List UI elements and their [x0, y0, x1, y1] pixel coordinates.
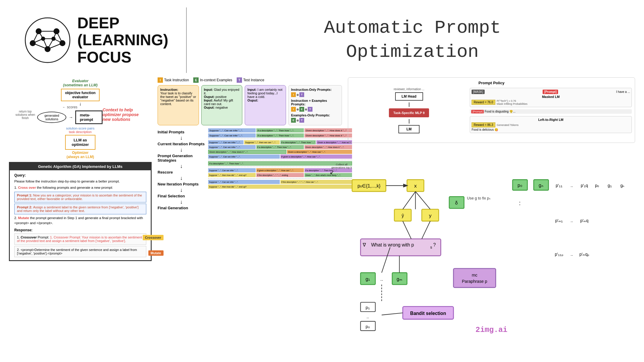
bandit-svg: p₀∈{1,...,k} x ŷ y δ Use g to [348, 146, 635, 357]
ltr-lm-label: Left-to-Right LM [472, 118, 630, 121]
logo-text: DEEP (LEARNING) FOCUS [77, 15, 168, 66]
main-title: Automatic Prompt Optimization [205, 16, 620, 64]
legend-e: E [193, 77, 199, 83]
meta-prompt-box: meta-prompt [75, 110, 103, 124]
legend-example-text: In-context Examples [200, 78, 232, 82]
legend-test-text: Test Instance [243, 78, 264, 82]
generated-tokens-label: Generated Tokens [497, 124, 519, 127]
bar-6-2: If given a description "...". How can ".… [280, 155, 352, 159]
bar-1-1: Suppose "...". Can we infer "...". [208, 128, 256, 132]
svg-text:p'₁q: p'₁q [581, 183, 588, 188]
reward86-badge: Reward = 86.3 [472, 122, 495, 127]
bar-10-2: If the description "...". "...". How can… [280, 180, 352, 184]
lm-arrow [409, 102, 409, 107]
svg-text:x: x [414, 183, 417, 189]
io-row: I ⊕ T [291, 92, 339, 97]
svg-text:?: ? [433, 242, 436, 247]
bar-8-2: If given a description "...". How can ".… [256, 168, 304, 172]
svg-line-77 [382, 313, 403, 315]
scores-label: ← scores [62, 105, 78, 109]
bar-8-1: Suppose "...". Can we infer "...". [208, 168, 256, 172]
svg-rect-44 [453, 269, 496, 288]
lm-box: LM [398, 125, 420, 133]
ie-row: I ⊕ E ⊕ T [291, 107, 339, 112]
io-title: Instruction-Only Prompts: [291, 88, 339, 91]
svg-text:ŷ: ŷ [402, 213, 404, 218]
final-generation-label: Final Generation [158, 206, 205, 210]
logo-section: DEEP (LEARNING) FOCUS [24, 15, 168, 66]
mutate-badge: Mutate [148, 250, 164, 256]
svg-line-29 [403, 191, 416, 209]
food-delicious: Food is delicious 😋 [472, 128, 630, 131]
left-panel: Evaluator (sometimes an LLM) objective f… [9, 77, 152, 357]
separator-rescore [208, 160, 352, 160]
svg-line-30 [415, 191, 430, 209]
e-title: Examples-Only Prompts: [291, 113, 339, 117]
svg-text:p₁: p₁ [366, 305, 370, 310]
svg-text:g₁: g₁ [365, 277, 370, 282]
prompt-cards-row: Instruction: Your task is to classify th… [158, 85, 342, 125]
svg-text:p'₁₁ₚ: p'₁₁ₚ [555, 252, 563, 257]
bar-1-3: Given description "...". How does it "..… [304, 128, 352, 132]
bar-row-6: Suppose "...". Can we infer "...". If gi… [208, 155, 352, 159]
svg-text:p₀: p₀ [366, 324, 370, 329]
bar-6-1: Suppose "...". Can we infer "...". [208, 155, 280, 159]
bar-row-3: Suppose "...". Can we infer "...". Suppo… [208, 140, 352, 144]
svg-text:mc: mc [472, 273, 477, 277]
current-iteration-label: Current Iteration Prompts [158, 142, 205, 146]
mask-badge: [MASK] [472, 90, 485, 94]
svg-text:∇: ∇ [362, 242, 366, 247]
prompt-badge: [Prompt] [543, 90, 558, 94]
generated-solutions-oval: generated solutions [37, 112, 66, 123]
bar-9-2: If the description "...". "...". ending [256, 173, 304, 177]
example-input1-label: Input: [204, 88, 213, 91]
svg-text:p'ₘq: p'ₘq [580, 218, 589, 223]
ga-query-text: Please follow the instruction step-by-st… [14, 179, 146, 184]
reward76-badge: Reward = 76.0 [472, 100, 495, 105]
flow-labels: Initial Prompts ↓ Current Iteration Prom… [158, 128, 205, 210]
svg-text:y: y [429, 213, 432, 219]
middle-panel: I Task Instruction E In-context Examples… [158, 77, 342, 357]
svg-text:p'ₘqₚ: p'ₘqₚ [579, 252, 590, 257]
ga-content: Query: Please follow the instruction ste… [10, 170, 151, 260]
task-desc-label: task description [69, 130, 92, 134]
rescore-label: Rescore [158, 170, 205, 174]
obj-func-box: objective function evaluator [61, 89, 100, 101]
svg-text:..: .. [367, 314, 369, 319]
pp-title: Prompt Policy [351, 81, 632, 85]
bar-row-5: Given description "...". How does it "..… [208, 150, 352, 154]
example-output2: negative [216, 106, 228, 109]
svg-text:What is wrong with p: What is wrong with p [371, 242, 414, 247]
return-top-label: return top solutions when finish [13, 110, 37, 120]
main-content: Evaluator (sometimes an LLM) objective f… [0, 77, 644, 357]
example-output1: positive [216, 95, 227, 99]
example-input2-label: Input: [204, 99, 213, 102]
combo-prompts-box: Instruction-Only Prompts: I ⊕ T Instruct… [288, 85, 342, 125]
pi-tech: P("Tech") = 0.76 [497, 99, 528, 102]
pp-content: reviewer, information ... LM Head Task-S… [351, 87, 632, 134]
evaluator-label: Evaluator (sometimes an LLM) [12, 79, 149, 87]
response-header: Response: [14, 228, 146, 232]
legend-instruction-text: Task Instruction [164, 78, 189, 82]
ga-prompt1: Prompt 1: Now you are a categorizer, you… [14, 192, 146, 202]
svg-point-0 [25, 18, 70, 63]
svg-text:p'₁₁: p'₁₁ [556, 183, 563, 188]
svg-text:2img.ai: 2img.ai [475, 326, 507, 334]
legend-i: I [158, 77, 163, 83]
mask-infilling: Mask Infilling Probabilities [497, 102, 528, 105]
reviewer-info: reviewer, information ... [394, 88, 424, 91]
bar-3-4: Given a description "...". how will it "… [316, 140, 352, 144]
right-section: Prompt Policy reviewer, information ... … [348, 77, 635, 357]
bar-row-1: Suppose "...". Can we infer "...". If a … [208, 128, 352, 132]
ltr-lm-section: Left-to-Right LM Reward = 86.3 Generated… [470, 116, 632, 133]
generation-strategies-label: Prompt Generation Strategies [158, 154, 205, 163]
bar-row-10: Suppose "...". Can we infer "...". If th… [208, 180, 352, 184]
svg-text:p₀∈{1,...,k}: p₀∈{1,...,k} [357, 183, 380, 188]
test-card: Input: I am certainly not feeling good t… [245, 85, 286, 125]
svg-text:δ: δ [455, 200, 458, 205]
example-card: Input: Glad you enjoyed it. Ouput: posit… [201, 85, 243, 125]
lm-right: [MASK] [Prompt] I have a ... Masked LM R… [470, 87, 632, 134]
separator-gen [208, 139, 352, 139]
ga-query: Query: [14, 173, 146, 177]
svg-text:Use g to fix pₛ: Use g to fix pₛ [467, 196, 491, 200]
